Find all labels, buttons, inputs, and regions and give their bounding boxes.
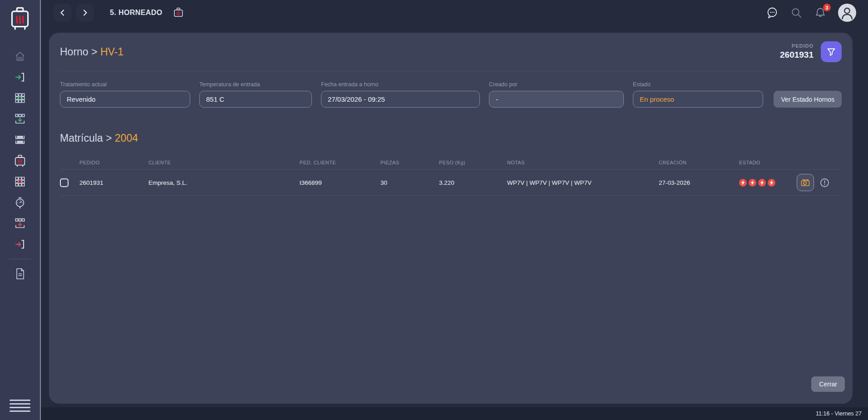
sidebar-item-temporizador[interactable]: [14, 196, 26, 209]
pedido-label: PEDIDO: [780, 43, 814, 49]
cell-creacion: 27-03-2026: [659, 179, 739, 186]
column-header-pedido: PEDIDO: [79, 160, 148, 165]
breadcrumb-current: HV-1: [100, 46, 123, 58]
pedido-value: 2601931: [780, 49, 814, 60]
sidebar-item-procesos-rojo[interactable]: [14, 175, 26, 188]
field-temperatura-entrada: Temperatura de entrada 851 C: [199, 81, 312, 108]
chevron-right-icon: [81, 9, 89, 17]
field-estado: Estado En proceso: [633, 81, 763, 108]
field-fecha-entrada: Fecha entrada a horno 27/03/2026 - 09:25: [321, 81, 480, 108]
sidebar-item-descarga-roja[interactable]: [14, 217, 26, 230]
bolt-icon: [749, 179, 756, 187]
cell-estado: [739, 179, 797, 187]
row-checkbox[interactable]: [60, 178, 69, 187]
grid-red-icon: [14, 176, 26, 188]
shelves-icon: [14, 134, 26, 146]
document-icon: [14, 267, 26, 280]
topbar: 5. HORNEADO: [41, 0, 868, 25]
matricula-heading: Matrícula > 2004: [60, 132, 842, 144]
table-header-row: PEDIDO CLIENTE PED. CLIENTE PIEZAS PESO …: [60, 155, 842, 170]
estado-bolt-group: [739, 179, 797, 187]
sidebar-item-descarga-verde[interactable]: [14, 113, 26, 125]
pedido-block: PEDIDO 2601931: [780, 43, 814, 60]
sidebar-item-estanterias[interactable]: [14, 133, 26, 146]
matricula-table: PEDIDO CLIENTE PED. CLIENTE PIEZAS PESO …: [60, 155, 842, 196]
panel-header-right: PEDIDO 2601931: [780, 41, 842, 62]
creado-por-input[interactable]: -: [489, 91, 624, 108]
sidebar-divider: [9, 259, 31, 259]
column-header-cliente: CLIENTE: [148, 160, 300, 165]
horno-form: Tratamiento actual Revenido Temperatura …: [60, 81, 842, 108]
furnace-logo-icon: [10, 6, 30, 31]
sidebar-item-procesos-verde[interactable]: [14, 92, 26, 104]
sidebar-item-horno[interactable]: [14, 154, 26, 167]
furnace-title-icon: [173, 7, 184, 18]
sidebar-item-salida[interactable]: [14, 238, 26, 251]
sidebar-item-home[interactable]: [14, 50, 26, 63]
cerrar-button[interactable]: Cerrar: [811, 376, 845, 392]
column-header-piezas: PIEZAS: [380, 160, 439, 165]
clock-text: 11:16 - Viernes 27: [816, 410, 862, 417]
cell-piezas: 30: [380, 179, 439, 186]
home-icon: [14, 50, 26, 62]
info-icon: [819, 178, 830, 188]
breadcrumb: Horno > HV-1: [60, 46, 123, 58]
cell-peso: 3.220: [439, 179, 507, 186]
menu-icon: [10, 400, 30, 401]
fecha-entrada-input[interactable]: 27/03/2026 - 09:25: [321, 91, 480, 108]
sidebar: [0, 0, 41, 420]
breadcrumb-separator: >: [91, 46, 97, 58]
camera-icon: [800, 178, 810, 188]
matricula-separator: >: [106, 132, 112, 144]
column-header-notas: NOTAS: [507, 160, 659, 165]
matricula-current: 2004: [115, 132, 138, 144]
forward-button[interactable]: [76, 4, 94, 22]
matricula-section: Matrícula: [60, 132, 103, 144]
bolt-icon: [739, 179, 747, 187]
notifications-button[interactable]: 3: [814, 6, 827, 20]
cell-pedido: 2601931: [79, 179, 148, 186]
page-title: 5. HORNEADO: [110, 9, 163, 17]
field-label: Temperatura de entrada: [199, 81, 312, 88]
column-header-estado: ESTADO: [739, 160, 797, 165]
content-area: Horno > HV-1 PEDIDO 2601931: [41, 25, 868, 420]
back-button[interactable]: [54, 4, 72, 22]
grid-green-icon: [14, 92, 26, 104]
field-tratamiento-actual: Tratamiento actual Revenido: [60, 81, 190, 108]
table-row: 2601931 Empresa, S.L. t366899 30 3.220 W…: [60, 170, 842, 196]
notification-badge: 3: [823, 4, 831, 11]
search-button[interactable]: [790, 6, 803, 19]
tratamiento-input[interactable]: Revenido: [60, 91, 190, 108]
estado-input[interactable]: En proceso: [633, 91, 763, 108]
filter-funnel-icon: [826, 47, 836, 57]
cell-ped-cliente: t366899: [300, 179, 380, 186]
ver-estado-hornos-button[interactable]: Ver Estado Hornos: [774, 91, 842, 108]
panel-header: Horno > HV-1 PEDIDO 2601931: [60, 33, 842, 71]
main-area: 5. HORNEADO: [41, 0, 868, 420]
column-header-ped-cliente: PED. CLIENTE: [300, 160, 380, 165]
chat-button[interactable]: [765, 6, 779, 20]
tray-download-red-icon: [14, 217, 26, 229]
info-button[interactable]: [819, 178, 830, 188]
field-creado-por: Creado por -: [489, 81, 624, 108]
sidebar-item-entrada[interactable]: [14, 71, 26, 84]
app-window: 5. HORNEADO: [0, 0, 868, 420]
menu-toggle-button[interactable]: [10, 400, 30, 412]
bolt-icon: [768, 179, 775, 187]
exit-arrow-icon: [14, 238, 26, 250]
cell-cliente: Empresa, S.L.: [148, 179, 300, 186]
camera-button[interactable]: [797, 174, 814, 191]
avatar[interactable]: [838, 4, 856, 22]
temperatura-input[interactable]: 851 C: [199, 91, 312, 108]
bolt-icon: [758, 179, 766, 187]
sidebar-item-documentos[interactable]: [14, 267, 26, 280]
app-logo[interactable]: [10, 6, 30, 31]
chevron-left-icon: [59, 9, 67, 17]
gauge-icon: [14, 196, 26, 209]
sidebar-nav: [9, 50, 31, 280]
cell-notas: WP7V | WP7V | WP7V | WP7V: [507, 179, 659, 186]
column-header-creacion: CREACIÓN: [659, 160, 739, 165]
furnace-icon: [14, 154, 26, 167]
filter-button[interactable]: [821, 41, 842, 62]
entry-arrow-icon: [14, 71, 26, 83]
